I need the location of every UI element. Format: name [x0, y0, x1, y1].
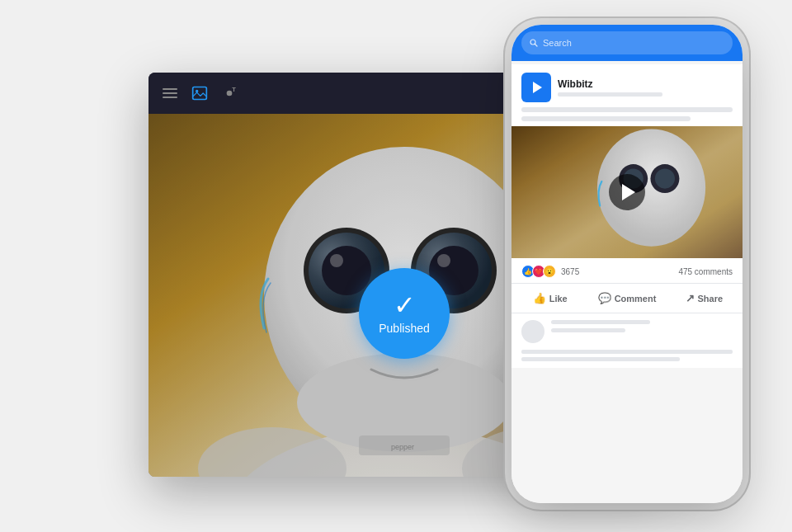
- hamburger-menu-icon[interactable]: [162, 85, 178, 101]
- comment-action-icon: 💬: [598, 292, 611, 304]
- image-tool-icon[interactable]: [191, 85, 208, 101]
- comment-label: Comment: [615, 294, 657, 304]
- like-action-icon: 👍: [533, 292, 546, 304]
- fb-search-bar[interactable]: Search: [521, 31, 733, 54]
- svg-text:T: T: [232, 86, 236, 93]
- share-label: Share: [698, 294, 724, 304]
- fb-header: Search: [512, 25, 742, 61]
- fb-post: Wibbitz: [512, 64, 742, 368]
- wow-reaction-icon: 😮: [543, 265, 556, 278]
- phone-mockup: Search Wibbitz: [512, 25, 742, 503]
- fb-play-triangle-icon: [622, 184, 635, 200]
- fb-comment-area: [512, 313, 742, 368]
- search-placeholder: Search: [543, 38, 572, 48]
- fb-play-button[interactable]: [609, 174, 645, 210]
- fb-post-header: Wibbitz: [512, 64, 742, 107]
- like-label: Like: [549, 294, 568, 304]
- checkmark-icon: ✓: [394, 292, 416, 318]
- published-label: Published: [379, 322, 430, 335]
- like-button[interactable]: 👍 Like: [512, 287, 588, 309]
- share-action-icon: ↗: [686, 292, 695, 304]
- reaction-icons: 👍 ❤️ 😮: [521, 265, 556, 278]
- comment-lines: [551, 320, 650, 337]
- svg-line-23: [535, 45, 538, 47]
- commenter-avatar: [521, 320, 544, 343]
- fb-video-thumbnail[interactable]: [512, 126, 742, 258]
- fb-username: Wibbitz: [558, 78, 733, 90]
- play-icon: [533, 82, 542, 93]
- fb-avatar: [521, 73, 551, 102]
- main-scene: T: [0, 0, 792, 532]
- reaction-count: 3675: [561, 267, 579, 276]
- share-button[interactable]: ↗ Share: [666, 287, 742, 309]
- fb-post-meta: Wibbitz: [558, 78, 733, 97]
- text-tool-icon[interactable]: T: [221, 85, 238, 101]
- fb-actions: 👍 Like 💬 Comment ↗ Share: [512, 284, 742, 313]
- svg-rect-0: [193, 87, 207, 99]
- fb-post-text: [521, 107, 733, 121]
- fb-reactions: 👍 ❤️ 😮 3675 475 comments: [512, 258, 742, 284]
- phone-screen: Search Wibbitz: [512, 25, 742, 503]
- svg-point-2: [227, 90, 233, 96]
- comment-count: 475 comments: [678, 267, 733, 276]
- comment-button[interactable]: 💬 Comment: [588, 287, 665, 309]
- published-badge: ✓ Published: [359, 268, 450, 359]
